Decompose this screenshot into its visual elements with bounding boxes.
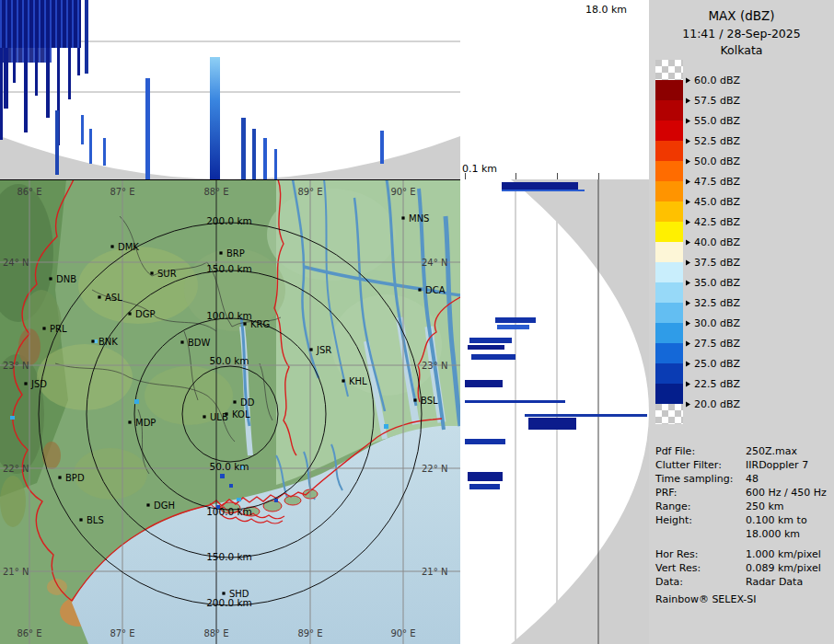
- scale-label-text: 25.0 dBZ: [694, 358, 740, 370]
- scale-label: 37.5 dBZ: [686, 257, 740, 269]
- info-value: 250 km: [746, 500, 784, 513]
- city-label: BSL: [421, 396, 438, 406]
- city-marker: [128, 420, 131, 423]
- city-label: KHL: [349, 376, 367, 386]
- scale-label-text: 35.0 dBZ: [694, 277, 740, 289]
- radar-map-panel: 86° E86° E87° E87° E88° E88° E89° E89° E…: [0, 179, 460, 644]
- scale-arrow-icon: [686, 158, 690, 164]
- latitude-label: 22° N: [3, 464, 29, 474]
- legend-panel: MAX (dBZ) 11:41 / 28-Sep-2025 Kolkata 60…: [649, 0, 834, 644]
- city-label: JSD: [30, 379, 47, 389]
- scale-label-text: 50.0 dBZ: [694, 155, 740, 167]
- info-label: Clutter Filter:: [655, 458, 746, 472]
- city-label: ASL: [105, 293, 122, 303]
- radar-display: 86° E86° E87° E87° E88° E88° E89° E89° E…: [0, 0, 834, 644]
- latitude-label: 23° N: [3, 361, 29, 371]
- scale-label-text: 30.0 dBZ: [694, 317, 740, 329]
- scale-arrow-icon: [686, 340, 690, 346]
- longitude-label: 86° E: [17, 187, 41, 197]
- info-row: Range:250 km: [655, 500, 832, 513]
- city-marker: [418, 288, 421, 291]
- info-row: Hor Res:1.000 km/pixel: [655, 547, 832, 561]
- city-label: DGP: [135, 309, 155, 319]
- info-label: Height:: [655, 513, 746, 527]
- info-value: 1.000 km/pixel: [746, 547, 821, 561]
- info-label: Data:: [655, 575, 746, 589]
- city-marker: [128, 312, 131, 315]
- scale-label: 30.0 dBZ: [686, 317, 740, 329]
- scale-arrow-icon: [686, 138, 690, 144]
- scale-label-text: 55.0 dBZ: [694, 115, 740, 127]
- scale-label: 50.0 dBZ: [686, 155, 740, 167]
- city-label: KRG: [250, 319, 270, 329]
- city-label: JSR: [316, 345, 331, 355]
- scale-arrow-icon: [686, 178, 690, 184]
- height-axis-min-label: 0.1 km: [462, 163, 497, 175]
- radar-map-canvas: 86° E86° E87° E87° E88° E88° E89° E89° E…: [0, 179, 460, 644]
- city-label: KOL: [232, 409, 250, 420]
- range-ring-label: 50.0 km: [209, 461, 249, 472]
- latitude-label: 24° N: [3, 258, 29, 268]
- city-marker: [91, 339, 94, 342]
- city-marker: [150, 271, 153, 274]
- city-marker: [58, 476, 61, 478]
- scale-label-text: 37.5 dBZ: [694, 257, 740, 269]
- longitude-label: 89° E: [297, 628, 322, 638]
- scale-label-text: 52.5 dBZ: [694, 135, 740, 147]
- software-name: Rainbow® SELEX-SI: [655, 593, 757, 605]
- cross-section-right-panel: [460, 179, 649, 644]
- height-axis-tick: [515, 173, 516, 179]
- city-marker: [243, 322, 246, 325]
- city-marker: [233, 400, 236, 403]
- scale-arrow-icon: [686, 300, 690, 305]
- scale-label: 25.0 dBZ: [686, 358, 740, 370]
- info-label: Time sampling:: [655, 472, 746, 486]
- info-value: Radar Data: [746, 575, 803, 589]
- longitude-label: 88° E: [203, 628, 228, 638]
- range-ring-label: 100.0 km: [206, 506, 252, 517]
- city-marker: [79, 518, 82, 521]
- city-label: DMK: [118, 242, 139, 252]
- city-marker: [24, 382, 27, 385]
- scale-label-text: 40.0 dBZ: [694, 236, 740, 248]
- scale-label: 55.0 dBZ: [686, 115, 740, 127]
- city-label: BNK: [98, 337, 118, 347]
- scale-arrow-icon: [686, 320, 690, 326]
- city-label: DCA: [425, 285, 446, 295]
- scale-arrow-icon: [686, 381, 690, 386]
- scale-arrow-icon: [686, 259, 690, 265]
- city-marker: [49, 277, 52, 280]
- city-marker: [110, 245, 113, 247]
- info-label: Vert Res:: [655, 561, 746, 575]
- longitude-label: 90° E: [390, 628, 415, 638]
- longitude-label: 89° E: [297, 187, 322, 197]
- info-label: [655, 527, 746, 541]
- scale-label-text: 47.5 dBZ: [694, 176, 740, 188]
- city-label: MNS: [409, 213, 429, 224]
- info-value: 0.100 km to: [746, 513, 807, 527]
- info-label: PRF:: [655, 486, 746, 500]
- city-label: PRL: [50, 324, 67, 334]
- height-axis-tick: [598, 173, 599, 179]
- scale-arrow-icon: [686, 401, 690, 407]
- cross-section-top-canvas: [0, 0, 460, 179]
- scale-label-text: 20.0 dBZ: [694, 398, 740, 410]
- info-row: Vert Res:0.089 km/pixel: [655, 561, 832, 575]
- scale-arrow-icon: [686, 77, 690, 83]
- scale-label-text: 60.0 dBZ: [694, 75, 740, 86]
- scale-label: 35.0 dBZ: [686, 277, 740, 289]
- scale-label: 60.0 dBZ: [686, 75, 740, 86]
- longitude-label: 88° E: [203, 187, 228, 197]
- scale-arrow-icon: [686, 118, 690, 123]
- info-value: 48: [746, 472, 759, 486]
- city-label: DD: [240, 397, 255, 408]
- longitude-label: 86° E: [17, 628, 41, 638]
- scale-label: 45.0 dBZ: [686, 196, 740, 208]
- latitude-label: 24° N: [422, 258, 447, 268]
- info-row: Time sampling:48: [655, 472, 832, 486]
- city-marker: [219, 251, 222, 254]
- cross-section-top-panel: [0, 0, 460, 179]
- scale-label-text: 57.5 dBZ: [694, 95, 740, 107]
- scale-label: 27.5 dBZ: [686, 338, 740, 350]
- info-value: 250Z.max: [746, 444, 797, 458]
